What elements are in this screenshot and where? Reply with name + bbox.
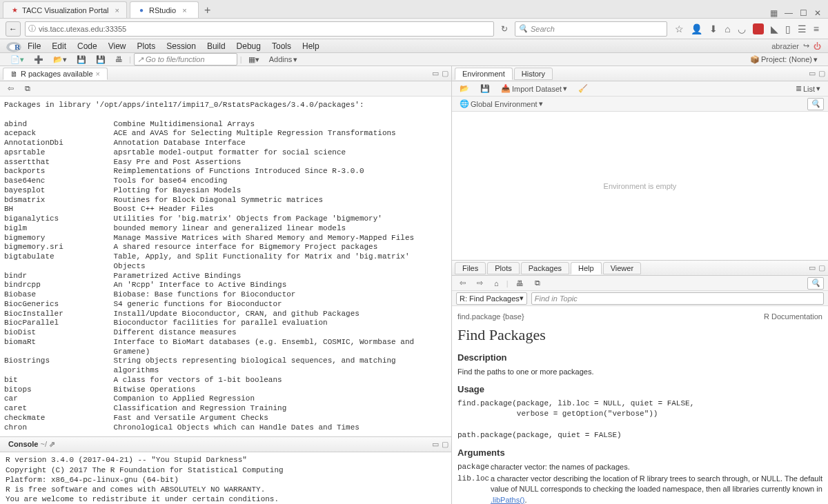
save-ws-icon[interactable]: 💾 [477, 83, 493, 94]
menu-icon[interactable]: ≡ [814, 23, 819, 34]
sidebar-icon[interactable]: ▯ [785, 23, 791, 34]
import-dataset-button[interactable]: 📥 Import Dataset ▾ [497, 83, 571, 94]
env-tab-environment[interactable]: Environment [455, 68, 513, 80]
console-path: ~/ [40, 440, 46, 448]
power-icon[interactable]: ⏻ [814, 42, 821, 50]
console-tab-bar: Console ~/ ⇗ ▭ ▢ [0, 437, 451, 452]
help-usage: find.package(package, lib.loc = NULL, qu… [457, 399, 822, 441]
browser-tab-strip: ★ TACC Visualization Portal × ● RStudio … [0, 0, 828, 19]
maximize-pane-icon[interactable]: ▢ [442, 440, 448, 449]
minimize-icon[interactable]: — [785, 8, 793, 18]
goto-file-input[interactable]: ↗ Go to file/function [134, 53, 237, 65]
library-icon[interactable]: ☰ [798, 23, 807, 34]
help-tab-plots[interactable]: Plots [487, 262, 519, 274]
help-search-input[interactable]: 🔍 [807, 277, 824, 290]
load-ws-icon[interactable]: 📂 [456, 83, 473, 94]
project-selector[interactable]: 📦 Project: (None) ▾ [747, 54, 821, 65]
tools-grid-button[interactable]: ▦▾ [245, 54, 263, 65]
help-fwd-icon[interactable]: ⇨ [473, 277, 486, 289]
home-icon[interactable]: ⌂ [724, 23, 730, 34]
help-popout-icon[interactable]: ⧉ [531, 277, 544, 289]
browser-tab-rstudio[interactable]: ● RStudio × [130, 1, 199, 18]
menu-help[interactable]: Help [302, 41, 319, 51]
help-tab-bar: FilesPlotsPackagesHelpViewer ▭ ▢ [452, 261, 828, 276]
minimize-pane-icon[interactable]: ▭ [809, 69, 816, 78]
signout-icon[interactable]: ↪ [803, 41, 809, 50]
url-input[interactable]: ⓘ vis.tacc.utexas.edu:33355 [25, 21, 494, 37]
help-breadcrumb[interactable]: R: Find Packages ▾ [456, 292, 527, 305]
clear-ws-icon[interactable]: 🧹 [575, 83, 591, 94]
maximize-pane-icon[interactable]: ▢ [818, 69, 825, 78]
help-tab-viewer[interactable]: Viewer [603, 262, 641, 274]
source-toolbar: ⇦ ⧉ [0, 81, 451, 97]
close-icon[interactable]: × [115, 6, 119, 14]
menu-view[interactable]: View [108, 41, 126, 51]
abp-icon[interactable] [753, 23, 764, 34]
save-button[interactable]: 💾 [73, 54, 90, 65]
close-icon[interactable]: × [182, 6, 186, 14]
reload-icon[interactable]: ↻ [498, 24, 511, 34]
tile-icon[interactable]: ▦ [770, 8, 778, 18]
close-window-icon[interactable]: ✕ [814, 8, 821, 18]
browser-tab-tacc[interactable]: ★ TACC Visualization Portal × [3, 1, 127, 18]
menu-tools[interactable]: Tools [272, 41, 291, 51]
menu-plots[interactable]: Plots [137, 41, 156, 51]
menu-build[interactable]: Build [207, 41, 226, 51]
search-icon: 🔍 [518, 24, 528, 33]
open-file-button[interactable]: 📂▾ [50, 54, 70, 65]
back-nav-icon[interactable]: ⇦ [4, 83, 17, 94]
tag-icon[interactable]: ◣ [771, 23, 778, 34]
console-output[interactable]: R version 3.4.0 (2017-04-21) -- "You Stu… [0, 452, 451, 504]
env-tab-history[interactable]: History [514, 68, 553, 80]
help-tab-packages[interactable]: Packages [521, 262, 569, 274]
help-args-heading: Arguments [457, 447, 822, 459]
env-search-input[interactable]: 🔍 [807, 98, 824, 110]
menu-code[interactable]: Code [77, 41, 97, 51]
save-all-button[interactable]: 💾 [92, 54, 109, 65]
downloads-icon[interactable]: ⬇ [709, 23, 718, 34]
help-title: Find Packages [457, 325, 822, 346]
help-back-icon[interactable]: ⇦ [456, 277, 469, 289]
new-tab-button[interactable]: + [199, 3, 216, 18]
browser-search-input[interactable]: 🔍 Search [515, 21, 667, 37]
back-button[interactable]: ← [6, 21, 21, 37]
print-button[interactable]: 🖶 [112, 54, 126, 65]
new-project-button[interactable]: ➕ [30, 54, 47, 65]
menu-edit[interactable]: Edit [52, 41, 66, 51]
clear-console-icon[interactable]: ⇗ [49, 440, 55, 448]
help-content[interactable]: find.package {base} R Documentation Find… [452, 306, 828, 504]
pocket-icon[interactable]: ◡ [738, 23, 746, 34]
help-tab-files[interactable]: Files [455, 262, 486, 274]
maximize-icon[interactable]: ☐ [800, 8, 807, 18]
addins-button[interactable]: Addins ▾ [266, 54, 302, 65]
maximize-pane-icon[interactable]: ▢ [442, 69, 448, 78]
list-view-button[interactable]: ≣ List ▾ [792, 83, 824, 94]
console-tab[interactable]: Console ~/ ⇗ [3, 439, 61, 450]
source-tab-bar: 🗎 R packages available × ▭ ▢ [0, 66, 451, 81]
env-scope-bar: 🌐 Global Environment ▾ 🔍 [452, 97, 828, 112]
env-tab-bar: EnvironmentHistory ▭ ▢ [452, 66, 828, 81]
new-file-button[interactable]: 📄▾ [7, 54, 28, 65]
close-icon[interactable]: × [96, 70, 100, 78]
menu-file[interactable]: File [28, 41, 41, 51]
bookmark-star-icon[interactable]: ☆ [675, 23, 684, 34]
menu-session[interactable]: Session [166, 41, 196, 51]
source-tab[interactable]: 🗎 R packages available × [3, 68, 108, 80]
minimize-pane-icon[interactable]: ▭ [432, 69, 439, 78]
help-usage-heading: Usage [457, 383, 822, 396]
menu-debug[interactable]: Debug [237, 41, 261, 51]
account-icon[interactable]: 👤 [691, 23, 702, 34]
popout-icon[interactable]: ⧉ [21, 83, 34, 94]
help-home-icon[interactable]: ⌂ [491, 278, 502, 289]
libpaths-link[interactable]: .libPaths() [491, 496, 525, 504]
doc-icon: 🗎 [10, 70, 18, 78]
help-tab-help[interactable]: Help [571, 262, 602, 274]
help-print-icon[interactable]: 🖶 [513, 278, 527, 289]
minimize-pane-icon[interactable]: ▭ [432, 440, 439, 449]
window-controls: ▦ — ☐ ✕ [763, 8, 828, 18]
help-topic-input[interactable]: Find in Topic [531, 292, 824, 305]
env-scope-selector[interactable]: 🌐 Global Environment ▾ [456, 98, 546, 110]
maximize-pane-icon[interactable]: ▢ [818, 263, 825, 272]
minimize-pane-icon[interactable]: ▭ [809, 263, 816, 272]
help-crumb-bar: R: Find Packages ▾ Find in Topic [452, 291, 828, 306]
